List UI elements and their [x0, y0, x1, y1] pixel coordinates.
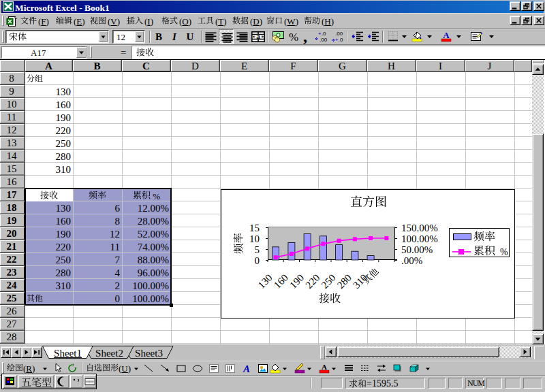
svg-text:+.0: +.0 — [335, 37, 343, 43]
svg-text:15: 15 — [249, 223, 260, 233]
svg-text:100.00%: 100.00% — [401, 233, 438, 244]
svg-text:.00: .00 — [320, 37, 328, 43]
svg-text:%: % — [500, 247, 508, 257]
svg-text:.00: .00 — [335, 31, 343, 37]
svg-text:10: 10 — [249, 233, 260, 244]
svg-text:A: A — [322, 363, 327, 371]
svg-text:150.00%: 150.00% — [401, 223, 438, 233]
svg-text:50.00%: 50.00% — [401, 244, 433, 255]
svg-text:.00%: .00% — [401, 255, 422, 266]
svg-text:a: a — [256, 32, 260, 40]
svg-text:+.0: +.0 — [318, 31, 326, 37]
svg-text:5: 5 — [255, 244, 260, 255]
svg-text:A: A — [443, 30, 450, 40]
svg-text:A: A — [243, 363, 250, 374]
svg-text:0: 0 — [255, 255, 260, 266]
